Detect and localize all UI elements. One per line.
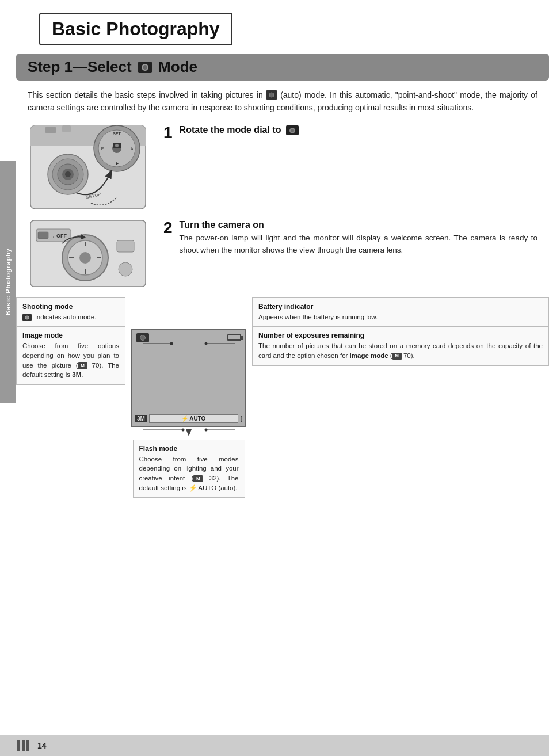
svg-point-16 <box>65 171 71 177</box>
step-header: Step 1—Select Mode <box>16 54 549 81</box>
battery-indicator-title: Battery indicator <box>258 303 543 311</box>
step2-title: Turn the camera on <box>180 220 537 230</box>
camera-screen-bottom: 3M ⚡ AUTO [ <box>135 414 242 423</box>
svg-text:P: P <box>101 147 104 151</box>
bracket-icon: [ <box>241 415 242 422</box>
svg-text:SET: SET <box>113 132 121 136</box>
exposure-count-body: The number of pictures that can be store… <box>258 341 543 360</box>
left-annotations: Shooting mode indicates auto mode. Image… <box>16 297 125 385</box>
camera-inline-icon-intro <box>266 90 277 100</box>
step-header-text: Step 1—Select Mode <box>28 58 197 76</box>
step2-content: 2 Turn the camera on The power-on lamp w… <box>163 217 537 257</box>
camera-power-svg: ON / OFF <box>28 217 148 289</box>
page-mark-3 <box>26 740 29 751</box>
step1-title-text: Rotate the mode dial to <box>180 125 299 135</box>
lightning-icon-2: ⚡ <box>189 484 197 491</box>
camera-screen-top <box>132 330 245 342</box>
battery-indicator-annotation: Battery indicator Appears when the batte… <box>252 297 549 327</box>
exposure-count-annotation: Number of exposures remaining The number… <box>252 326 549 365</box>
battery-indicator-body: Appears when the battery is running low. <box>258 312 543 322</box>
image-mode-body: Choose from five options depending on ho… <box>22 341 119 380</box>
shooting-mode-icon <box>22 314 32 321</box>
step2-row: ON / OFF <box>28 217 537 292</box>
flash-auto-label: ⚡ AUTO <box>149 414 238 423</box>
svg-rect-18 <box>62 125 71 132</box>
lightning-icon: ⚡ <box>181 415 188 422</box>
page-marks <box>17 740 29 751</box>
3m-badge: 3M <box>135 415 147 422</box>
step2-image: ON / OFF <box>28 217 154 292</box>
side-tab: Basic Photography <box>0 161 16 403</box>
title-area: Basic Photography <box>28 7 549 45</box>
step2-desc: The power-on lamp will light and the mon… <box>180 232 537 257</box>
page-title: Basic Photography <box>52 18 220 40</box>
svg-point-28 <box>79 252 91 264</box>
svg-rect-33 <box>117 240 134 252</box>
down-arrow-icon <box>186 429 192 436</box>
page-number-bar: 14 <box>0 735 549 756</box>
page-mark-2 <box>22 740 25 751</box>
shooting-mode-title: Shooting mode <box>22 303 119 311</box>
page-number: 14 <box>37 741 47 750</box>
battery-icon <box>227 334 241 341</box>
exposure-count-title: Number of exposures remaining <box>258 331 543 339</box>
camera-icon-step1 <box>286 125 299 135</box>
screen-camera-icon <box>136 333 149 342</box>
camera-display: 3M ⚡ AUTO [ <box>131 329 246 427</box>
shooting-mode-annotation: Shooting mode indicates auto mode. <box>16 297 125 327</box>
step1-row: SET ▶ P A SETUP <box>28 123 537 214</box>
book-ref-flash-icon: M <box>193 475 203 482</box>
camera-dial-svg: SET ▶ P A SETUP <box>28 123 148 212</box>
shooting-mode-body: indicates auto mode. <box>22 312 119 322</box>
flash-mode-body: Choose from five modes depending on ligh… <box>139 455 239 493</box>
right-annotations: Battery indicator Appears when the batte… <box>252 297 549 366</box>
step1-image: SET ▶ P A SETUP <box>28 123 154 214</box>
svg-point-34 <box>119 262 132 276</box>
svg-point-38 <box>182 428 185 431</box>
diagram-section: Shooting mode indicates auto mode. Image… <box>16 297 549 498</box>
step2-title-row: 2 Turn the camera on The power-on lamp w… <box>163 220 537 257</box>
image-mode-annotation: Image mode Choose from five options depe… <box>16 326 125 385</box>
svg-text:OFF: OFF <box>56 233 67 239</box>
image-mode-title: Image mode <box>22 331 119 339</box>
step2-body: Turn the camera on The power-on lamp wil… <box>180 220 537 257</box>
step2-number: 2 <box>163 220 173 236</box>
flash-mode-annotation: Flash mode Choose from five modes depend… <box>133 440 245 498</box>
title-box: Basic Photography <box>39 13 232 45</box>
step1-number: 1 <box>163 125 173 141</box>
intro-paragraph: This section details the basic steps inv… <box>28 89 537 114</box>
book-ref-icon: M <box>78 362 87 369</box>
camera-mode-icon <box>138 62 152 73</box>
step1-title-row: 1 Rotate the mode dial to <box>163 125 537 141</box>
camera-lens-icon <box>140 335 146 341</box>
svg-point-42 <box>205 428 208 431</box>
book-ref-exposure-icon: M <box>392 353 402 360</box>
flash-mode-title: Flash mode <box>139 445 239 453</box>
svg-text:A: A <box>131 147 134 151</box>
svg-rect-17 <box>45 127 56 133</box>
svg-point-11 <box>115 144 119 147</box>
side-tab-label: Basic Photography <box>5 248 12 315</box>
svg-rect-25 <box>38 232 48 239</box>
center-diagram: 3M ⚡ AUTO [ Flash mode Choose from five … <box>125 297 252 498</box>
page-mark-1 <box>17 740 20 751</box>
main-content: Basic Photography Step 1—Select Mode Thi… <box>16 7 549 498</box>
step1-content: 1 Rotate the mode dial to <box>163 123 537 141</box>
